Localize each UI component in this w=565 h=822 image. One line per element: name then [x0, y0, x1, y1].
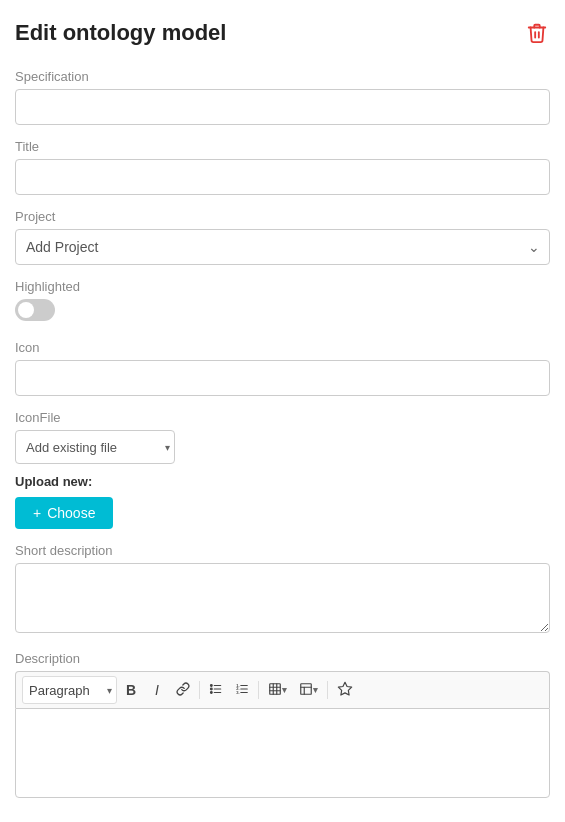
- page-title: Edit ontology model: [15, 20, 226, 46]
- highlighted-toggle-wrapper: [15, 299, 550, 326]
- numbered-list-button[interactable]: 1. 2. 3.: [230, 677, 254, 703]
- highlighted-toggle[interactable]: [15, 299, 55, 321]
- link-icon: [176, 682, 190, 698]
- svg-marker-20: [338, 682, 351, 695]
- bold-icon: B: [126, 683, 136, 697]
- delete-icon[interactable]: [524, 20, 550, 51]
- iconfile-select-wrapper: Add existing file ▾: [15, 430, 175, 464]
- svg-point-4: [210, 688, 212, 690]
- svg-text:3.: 3.: [236, 690, 239, 695]
- iconfile-field-group: IconFile Add existing file ▾: [15, 410, 550, 464]
- iconfile-select[interactable]: Add existing file: [15, 430, 175, 464]
- icon-input[interactable]: [15, 360, 550, 396]
- paragraph-select[interactable]: Paragraph Heading 1 Heading 2: [22, 676, 117, 704]
- icon-label: Icon: [15, 340, 550, 355]
- icon-field-group: Icon: [15, 340, 550, 396]
- link-button[interactable]: [171, 677, 195, 703]
- svg-rect-12: [270, 684, 281, 695]
- svg-point-3: [210, 685, 212, 687]
- special-icon: [337, 681, 353, 699]
- title-field-group: Title: [15, 139, 550, 195]
- toggle-slider: [15, 299, 55, 321]
- page-header: Edit ontology model: [15, 20, 550, 51]
- toolbar-divider-2: [258, 681, 259, 699]
- upload-label: Upload new:: [15, 474, 550, 489]
- short-description-input[interactable]: [15, 563, 550, 633]
- table-chevron-icon: ▾: [282, 686, 287, 695]
- highlighted-field-group: Highlighted: [15, 279, 550, 326]
- short-description-field-group: Short description: [15, 543, 550, 637]
- plus-icon: +: [33, 505, 41, 521]
- project-select[interactable]: Add Project: [15, 229, 550, 265]
- project-select-wrapper: Add Project ⌄: [15, 229, 550, 265]
- bullet-list-button[interactable]: [204, 677, 228, 703]
- specification-input[interactable]: [15, 89, 550, 125]
- embed-icon: [299, 682, 313, 698]
- embed-chevron-icon: ▾: [313, 686, 318, 695]
- paragraph-select-wrapper: Paragraph Heading 1 Heading 2 ▾: [22, 676, 117, 704]
- svg-point-5: [210, 692, 212, 694]
- description-editor[interactable]: [15, 708, 550, 798]
- toolbar-divider-1: [199, 681, 200, 699]
- description-field-group: Description Paragraph Heading 1 Heading …: [15, 651, 550, 798]
- iconfile-label: IconFile: [15, 410, 550, 425]
- highlighted-label: Highlighted: [15, 279, 550, 294]
- bold-button[interactable]: B: [119, 677, 143, 703]
- numbered-list-icon: 1. 2. 3.: [235, 682, 249, 698]
- project-label: Project: [15, 209, 550, 224]
- choose-label: Choose: [47, 505, 95, 521]
- italic-icon: I: [155, 683, 159, 697]
- italic-button[interactable]: I: [145, 677, 169, 703]
- choose-button[interactable]: + Choose: [15, 497, 113, 529]
- svg-rect-17: [301, 684, 312, 695]
- description-label: Description: [15, 651, 550, 666]
- upload-field-group: Upload new: + Choose: [15, 474, 550, 529]
- special-button[interactable]: [332, 677, 358, 703]
- short-description-label: Short description: [15, 543, 550, 558]
- table-button[interactable]: ▾: [263, 677, 292, 703]
- title-input[interactable]: [15, 159, 550, 195]
- table-icon: [268, 682, 282, 698]
- project-field-group: Project Add Project ⌄: [15, 209, 550, 265]
- bullet-list-icon: [209, 682, 223, 698]
- rte-toolbar: Paragraph Heading 1 Heading 2 ▾ B I: [15, 671, 550, 708]
- specification-field-group: Specification: [15, 69, 550, 125]
- toolbar-divider-3: [327, 681, 328, 699]
- title-label: Title: [15, 139, 550, 154]
- embed-button[interactable]: ▾: [294, 677, 323, 703]
- specification-label: Specification: [15, 69, 550, 84]
